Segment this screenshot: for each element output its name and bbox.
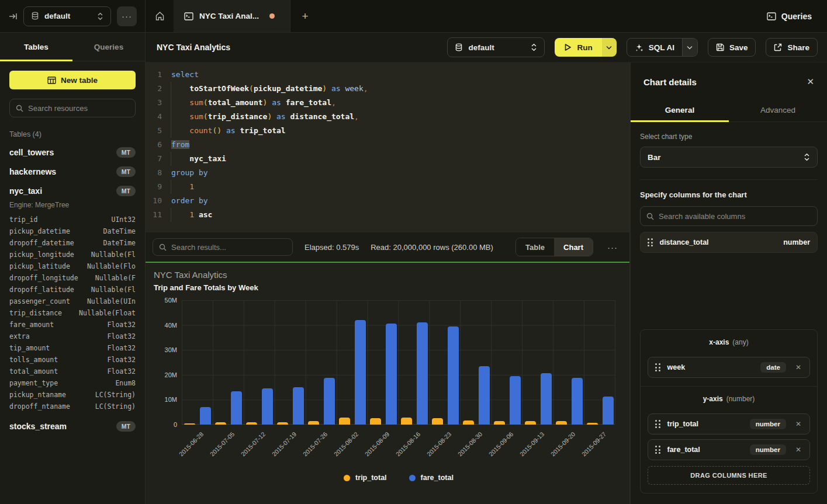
bar-fare_total[interactable]	[448, 326, 459, 425]
axis-column-item[interactable]: weekdate✕	[648, 357, 810, 378]
sidebar-tab-queries[interactable]: Queries	[72, 33, 145, 61]
new-tab-button[interactable]: +	[290, 0, 320, 32]
home-button[interactable]	[146, 0, 174, 32]
legend-item-fare_total[interactable]: fare_total	[409, 474, 454, 482]
results-search-input[interactable]	[171, 243, 286, 252]
close-icon[interactable]: ✕	[807, 77, 814, 87]
column-row[interactable]: total_amountFloat32	[9, 366, 136, 377]
column-row[interactable]: fare_amountFloat32	[9, 319, 136, 331]
column-row[interactable]: dropoff_ntanameLC(String)	[9, 401, 136, 412]
run-button[interactable]: Run	[555, 38, 601, 57]
column-row[interactable]: trip_idUInt32	[9, 214, 136, 225]
tab-nyc-taxi-analytics[interactable]: NYC Taxi Anal...	[174, 0, 290, 32]
search-icon	[159, 244, 167, 251]
sidebar-database-selector[interactable]: default	[23, 6, 111, 26]
column-row[interactable]: trip_distanceNullable(Float	[9, 307, 136, 319]
table-item[interactable]: cell_towersMT	[9, 147, 136, 158]
bar-trip_total[interactable]	[370, 418, 381, 425]
sql-editor[interactable]: 1select2 toStartOfWeek(pickup_datetime) …	[146, 62, 629, 232]
x-axis-tick: 2015-09-13	[523, 425, 553, 469]
sidebar-more-button[interactable]: ···	[117, 6, 137, 26]
query-database-selector[interactable]: default	[447, 37, 545, 57]
columns-section-label: Specify columns for the chart	[640, 190, 818, 199]
table-item[interactable]: stocks_streamMT	[9, 421, 136, 432]
line-number: 2	[146, 82, 162, 96]
available-columns-list: distance_totalnumber	[640, 226, 818, 253]
y-tick-label: 40M	[165, 322, 177, 329]
bar-fare_total[interactable]	[479, 366, 490, 425]
queries-label: Queries	[781, 12, 812, 21]
share-button[interactable]: Share	[766, 38, 818, 57]
resource-search-input[interactable]	[28, 104, 129, 113]
sql-ai-button[interactable]: SQL AI	[627, 39, 682, 56]
sidebar: Tables Queries New table Tables (4) cell…	[0, 33, 146, 504]
remove-column-icon[interactable]: ✕	[793, 420, 804, 428]
editor-line: 7 nyc_taxi	[146, 152, 629, 166]
column-row[interactable]: dropoff_latitudeNullable(Fl	[9, 284, 136, 296]
bar-fare_total[interactable]	[293, 387, 304, 425]
query-header: NYC Taxi Analytics default Run	[146, 33, 827, 62]
bar-fare_total[interactable]	[510, 376, 521, 425]
results-more-button[interactable]: ···	[605, 242, 620, 252]
sidebar-tab-tables[interactable]: Tables	[0, 33, 72, 61]
axes-card: x-axis(any) weekdate✕ y-axis(number) tri…	[640, 329, 818, 493]
run-options-button[interactable]	[602, 38, 617, 57]
new-table-button[interactable]: New table	[9, 71, 136, 89]
column-row[interactable]: pickup_longitudeNullable(Fl	[9, 249, 136, 260]
bar-fare_total[interactable]	[572, 378, 583, 425]
main-area: NYC Taxi Analytics default Run	[146, 33, 827, 504]
bar-fare_total[interactable]	[603, 397, 614, 425]
axis-column-item[interactable]: fare_totalnumber✕	[648, 439, 810, 460]
bar-trip_total[interactable]	[339, 418, 350, 425]
sql-ai-options-button[interactable]	[682, 39, 697, 56]
bar-fare_total[interactable]	[417, 322, 428, 425]
column-type: Float32	[108, 319, 136, 331]
table-item[interactable]: hackernewsMT	[9, 166, 136, 177]
bar-trip_total[interactable]	[432, 418, 443, 425]
column-row[interactable]: tip_amountFloat32	[9, 342, 136, 354]
x-tick-label: 2015-07-26	[302, 430, 328, 457]
save-button[interactable]: Save	[708, 38, 756, 57]
view-toggle-chart[interactable]: Chart	[554, 238, 593, 256]
column-row[interactable]: tolls_amountFloat32	[9, 354, 136, 366]
chart-type-select[interactable]: Bar	[640, 147, 818, 168]
column-row[interactable]: passenger_countNullable(UIn	[9, 296, 136, 307]
column-type: LC(String)	[95, 389, 136, 401]
bar-trip_total[interactable]	[463, 420, 474, 425]
editor-line: 11 1 asc	[146, 208, 629, 222]
bar-fare_total[interactable]	[541, 373, 552, 425]
bar-fare_total[interactable]	[262, 388, 273, 425]
legend-item-trip_total[interactable]: trip_total	[344, 474, 386, 482]
column-row[interactable]: pickup_latitudeNullable(Flo	[9, 260, 136, 272]
column-row[interactable]: dropoff_datetimeDateTime	[9, 237, 136, 249]
drag-columns-dropzone[interactable]: DRAG COLUMNS HERE	[648, 466, 810, 485]
panel-tab-general[interactable]: General	[631, 99, 729, 121]
column-name: trip_distance	[9, 307, 62, 319]
queries-nav-button[interactable]: Queries	[752, 0, 827, 32]
column-row[interactable]: pickup_datetimeDateTime	[9, 225, 136, 237]
column-row[interactable]: pickup_ntanameLC(String)	[9, 389, 136, 401]
view-toggle-table[interactable]: Table	[516, 238, 554, 256]
remove-column-icon[interactable]: ✕	[793, 446, 804, 454]
axis-column-item[interactable]: trip_totalnumber✕	[648, 413, 810, 435]
column-row[interactable]: dropoff_longitudeNullable(F	[9, 272, 136, 284]
bar-trip_total[interactable]	[401, 418, 412, 425]
collapse-sidebar-icon[interactable]	[8, 12, 18, 21]
bar-fare_total[interactable]	[386, 324, 397, 425]
query-actions: default Run SQL AI	[447, 37, 818, 57]
bar-fare_total[interactable]	[231, 391, 242, 425]
available-column-item[interactable]: distance_totalnumber	[640, 232, 818, 253]
column-search-input[interactable]	[659, 212, 811, 221]
query-database-value: default	[468, 43, 494, 52]
rows-read: Read: 20,000,000 rows (260.00 MB)	[371, 243, 493, 252]
column-row[interactable]: payment_typeEnum8	[9, 377, 136, 389]
column-type: Float32	[108, 354, 136, 366]
bar-fare_total[interactable]	[324, 378, 335, 425]
column-row[interactable]: extraFloat32	[9, 331, 136, 342]
remove-column-icon[interactable]: ✕	[793, 363, 804, 371]
panel-tab-advanced[interactable]: Advanced	[729, 99, 827, 121]
line-number: 5	[146, 124, 162, 138]
bar-fare_total[interactable]	[200, 407, 211, 425]
bar-fare_total[interactable]	[355, 320, 366, 425]
table-item[interactable]: nyc_taxiMT	[9, 186, 136, 196]
